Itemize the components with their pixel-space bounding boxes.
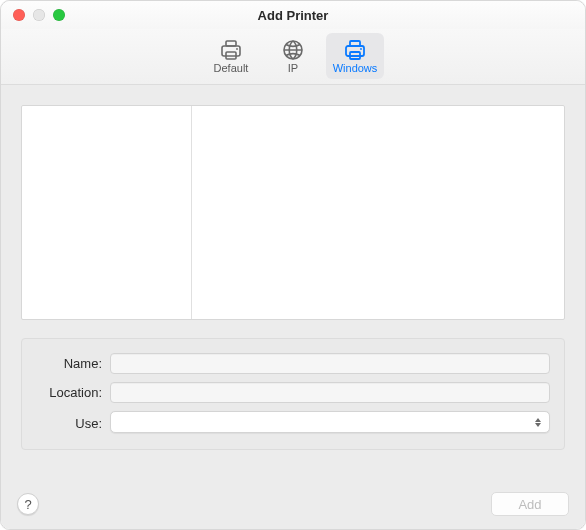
tab-ip[interactable]: IP	[264, 33, 322, 79]
tab-group: Default IP	[202, 33, 384, 79]
close-button[interactable]	[13, 9, 25, 21]
svg-point-3	[236, 48, 238, 50]
use-select-wrap	[110, 411, 550, 435]
printer-icon	[219, 39, 243, 61]
add-printer-window: Add Printer Default	[0, 0, 586, 530]
add-button[interactable]: Add	[491, 492, 569, 516]
minimize-button	[33, 9, 45, 21]
printer-list[interactable]	[192, 106, 564, 319]
use-label: Use:	[32, 416, 110, 431]
location-row: Location:	[32, 382, 550, 403]
tab-windows[interactable]: Windows	[326, 33, 384, 79]
svg-point-8	[360, 48, 362, 50]
name-row: Name:	[32, 353, 550, 374]
location-input[interactable]	[110, 382, 550, 403]
tab-windows-label: Windows	[333, 63, 378, 74]
toolbar: Default IP	[1, 29, 585, 85]
help-icon: ?	[24, 497, 31, 512]
use-popup-button[interactable]	[110, 411, 550, 433]
tab-default[interactable]: Default	[202, 33, 260, 79]
svg-rect-5	[346, 46, 364, 56]
svg-rect-0	[222, 46, 240, 56]
footer: ? Add	[1, 479, 585, 529]
globe-icon	[281, 39, 305, 61]
printer-windows-icon	[343, 39, 367, 61]
use-row: Use:	[32, 411, 550, 435]
popup-arrows-icon	[531, 414, 545, 430]
svg-rect-1	[226, 41, 236, 46]
name-label: Name:	[32, 356, 110, 371]
tab-default-label: Default	[214, 63, 249, 74]
workgroup-list[interactable]	[22, 106, 192, 319]
add-button-label: Add	[518, 497, 541, 512]
smb-browser-panel	[21, 105, 565, 320]
window-controls	[1, 9, 65, 21]
location-label: Location:	[32, 385, 110, 400]
name-input[interactable]	[110, 353, 550, 374]
window-title: Add Printer	[1, 8, 585, 23]
tab-ip-label: IP	[288, 63, 298, 74]
help-button[interactable]: ?	[17, 493, 39, 515]
printer-details-panel: Name: Location: Use:	[21, 338, 565, 450]
svg-rect-6	[350, 41, 360, 46]
zoom-button[interactable]	[53, 9, 65, 21]
content-area: Name: Location: Use:	[1, 85, 585, 479]
titlebar: Add Printer	[1, 1, 585, 29]
